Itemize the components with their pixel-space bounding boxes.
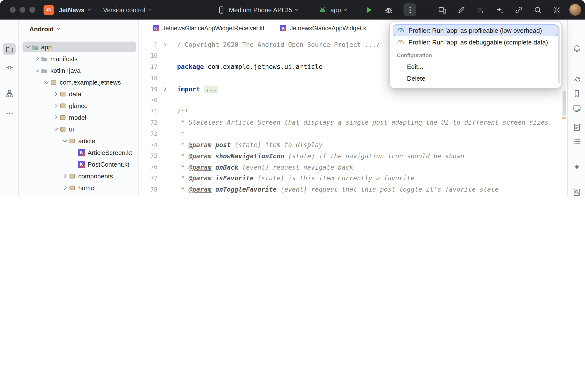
fold-marker-icon[interactable] (160, 88, 169, 90)
commit-tool-button[interactable] (3, 62, 16, 73)
line-number[interactable]: 76 (139, 164, 160, 170)
tree-item[interactable]: manifests (19, 53, 138, 64)
code-line[interactable]: 76 * @param onBack (event) request navig… (139, 162, 567, 173)
ai-pen-icon (457, 6, 465, 14)
folder-icon (41, 67, 48, 74)
code-line[interactable]: 73 * (139, 128, 567, 140)
line-number[interactable]: 78 (139, 186, 160, 193)
device-selector-label: Medium Phone API 35 (229, 6, 292, 14)
code-line[interactable]: 79 * @param lazyListState (state) the [L… (139, 195, 567, 196)
project-tool-button[interactable] (3, 43, 16, 55)
minimize-window-button[interactable] (20, 7, 26, 13)
code-line[interactable]: 71/** (139, 106, 567, 117)
version-control-menu[interactable]: Version control (94, 3, 154, 16)
gradle-tool-button[interactable] (570, 73, 583, 85)
line-number[interactable]: 77 (139, 175, 160, 182)
tree-item[interactable]: interests (19, 194, 138, 196)
device-manager-tool-button[interactable] (570, 88, 583, 99)
tree-item[interactable]: app (19, 41, 138, 53)
code-line[interactable]: 77 * @param isFavorite (state) is this i… (139, 173, 567, 184)
code-line[interactable]: 78 * @param onToggleFavorite (event) req… (139, 184, 567, 195)
chevron-down-icon[interactable] (62, 140, 69, 142)
tree-item[interactable]: data (19, 88, 138, 100)
notifications-tool-button[interactable] (570, 42, 583, 54)
tree-item-label: interests (78, 196, 102, 196)
line-number[interactable]: 18 (139, 75, 160, 82)
run-button[interactable] (362, 4, 375, 16)
folder-icon (41, 55, 48, 62)
editor-scrollbar[interactable] (562, 90, 566, 116)
share-link-button[interactable] (512, 4, 525, 16)
chevron-right-icon[interactable] (62, 174, 69, 178)
line-number[interactable]: 16 (139, 52, 160, 59)
editor-tab[interactable]: KJetnewsGlanceAppWidget.k (272, 20, 374, 37)
dropdown-item[interactable]: Profiler: Run 'app' as profileable (low … (393, 24, 558, 36)
device-mirror-button[interactable] (436, 4, 448, 16)
chevron-right-icon[interactable] (62, 186, 69, 189)
run-configuration-selector[interactable]: app (316, 3, 350, 16)
project-selector[interactable]: JetNews (54, 3, 94, 16)
tree-item[interactable]: ui (19, 123, 138, 135)
dropdown-action[interactable]: Delete (393, 72, 558, 84)
device-selector[interactable]: Medium Phone API 35 (214, 3, 301, 16)
tree-item[interactable]: kotlin+java (19, 64, 138, 76)
line-number[interactable]: 19 (139, 86, 160, 92)
line-number[interactable]: 70 (139, 97, 160, 104)
tree-item[interactable]: components (19, 170, 138, 182)
structure-view-tool-button[interactable] (570, 136, 583, 147)
search-button[interactable] (531, 4, 544, 16)
task-list-button[interactable] (474, 4, 487, 16)
code-line[interactable]: 72 * Stateless Article Screen that displ… (139, 117, 567, 128)
line-number[interactable]: 71 (139, 108, 160, 115)
chevron-right-icon[interactable] (52, 92, 59, 95)
ai-pen-button[interactable] (455, 4, 468, 16)
app-insights-tool-button[interactable] (570, 121, 583, 133)
chevron-right-icon[interactable] (52, 116, 59, 119)
line-number[interactable]: 75 (139, 153, 160, 160)
tree-item[interactable]: KPostContent.kt (19, 158, 138, 170)
chevron-down-icon[interactable] (34, 70, 41, 71)
code-line[interactable]: 70 (139, 95, 567, 106)
scrollbar-warning-mark[interactable] (562, 117, 566, 119)
code-line[interactable]: 74 * @param post (state) item to display (139, 139, 567, 150)
project-view-selector[interactable]: Android (19, 20, 138, 38)
chevron-right-icon[interactable] (52, 104, 59, 107)
dropdown-action[interactable]: Edit... (393, 60, 558, 72)
chevron-down-icon[interactable] (43, 82, 50, 83)
dropdown-item[interactable]: Profiler: Run 'app' as debuggable (compl… (393, 36, 558, 48)
line-number[interactable]: 74 (139, 142, 160, 148)
device-icon (217, 6, 226, 14)
left-tool-window-bar (0, 20, 19, 196)
dropdown-scrollbar[interactable] (558, 26, 559, 83)
chevron-down-icon[interactable] (25, 46, 31, 48)
line-number[interactable]: 17 (139, 64, 160, 70)
close-window-button[interactable] (10, 7, 16, 13)
line-number[interactable]: 73 (139, 130, 160, 137)
code-line[interactable]: 75 * @param showNavigationIcon (state) i… (139, 150, 567, 162)
right-tool-window-bar (567, 20, 585, 196)
tree-item[interactable]: com.example.jetnews (19, 76, 138, 88)
maximize-window-button[interactable] (29, 7, 35, 13)
tree-item[interactable]: KArticleScreen.kt (19, 147, 138, 158)
chevron-down-icon[interactable] (52, 128, 59, 130)
more-run-options-button[interactable] (403, 4, 416, 16)
tree-item[interactable]: model (19, 112, 138, 123)
ai-plus-button[interactable] (493, 4, 506, 16)
tree-item[interactable]: home (19, 182, 138, 194)
debug-button[interactable] (382, 4, 395, 16)
editor-tab[interactable]: KJetnewsGlanceAppWidgetReceiver.kt (145, 20, 272, 37)
user-avatar[interactable] (569, 4, 581, 16)
structure-tool-button[interactable] (3, 88, 16, 99)
fold-marker-icon[interactable] (160, 44, 169, 46)
line-number[interactable]: 1 (139, 41, 160, 48)
tree-item[interactable]: article (19, 135, 138, 147)
running-devices-tool-button[interactable] (570, 102, 583, 114)
settings-button[interactable] (550, 4, 563, 16)
tree-item[interactable]: glance (19, 100, 138, 112)
ai-assistant-tool-button[interactable] (570, 161, 583, 172)
find-in-files-tool-button[interactable] (570, 186, 583, 196)
tree-item-label: article (78, 137, 95, 144)
more-tool-button[interactable] (3, 107, 16, 119)
chevron-right-icon[interactable] (34, 57, 41, 60)
line-number[interactable]: 72 (139, 119, 160, 126)
